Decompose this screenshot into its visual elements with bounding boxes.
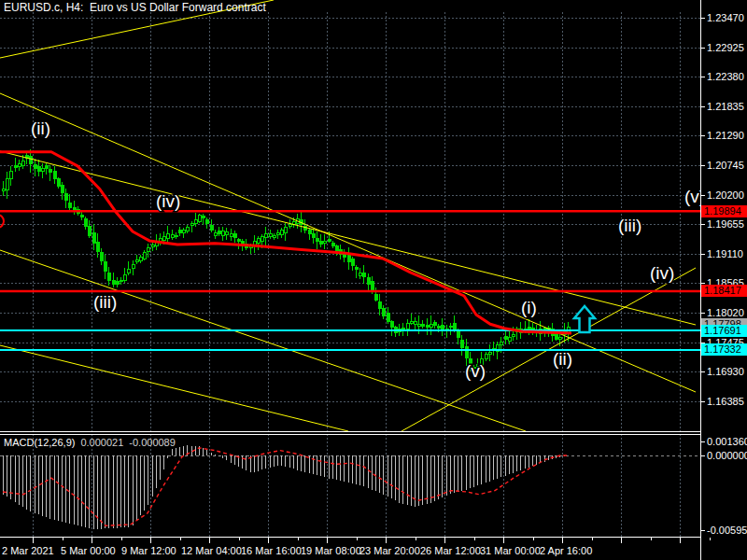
hline-price-flag-red-2: 1.18417 <box>701 285 747 297</box>
time-tick-label: 12 Mar 04:00 <box>181 545 242 556</box>
time-tick-label: 26 Mar 12:00 <box>420 545 481 556</box>
chart-canvas[interactable]: (ii)(iv)(iii)(i)(v)(ii)(iii)(iv)(v)1.234… <box>0 0 747 560</box>
price-tick-label: 1.20745 <box>707 160 744 171</box>
time-tick-label: 2 Mar 2021 <box>2 545 54 556</box>
time-tick-label: 2 Apr 16:00 <box>540 545 592 556</box>
macd-main-value: 0.000021 <box>80 437 123 448</box>
price-tick-label: 1.22925 <box>707 42 744 53</box>
macd-tick-label: 0.000000 <box>707 450 747 461</box>
price-tick-label: 1.20200 <box>707 189 744 201</box>
wave-label[interactable]: (iv) <box>156 191 180 211</box>
hline-price-flag-cyan-1: 1.17691 <box>701 325 747 337</box>
mt4-chart-window: { "window": { "title": "EURUSD.c, H4: Eu… <box>0 0 747 560</box>
price-tick-label: 1.16385 <box>707 396 744 407</box>
wave-label[interactable]: (ii) <box>553 349 572 369</box>
macd-histogram <box>4 445 565 529</box>
trendline[interactable] <box>0 345 348 431</box>
hline-price-flag-red-1: 1.19894 <box>701 205 747 217</box>
price-tick-label: 1.19655 <box>707 218 744 230</box>
candlestick-series <box>2 149 570 373</box>
price-tick-label: 1.18020 <box>707 307 744 318</box>
time-tick-label: 23 Mar 20:00 <box>359 545 420 556</box>
price-pane[interactable]: (ii)(iv)(iii)(i)(v)(ii)(iii)(iv)(v) <box>0 0 705 431</box>
time-axis[interactable]: 2 Mar 20215 Mar 00:009 Mar 12:0012 Mar 0… <box>2 538 710 556</box>
macd-tick-label: -0.005950 <box>707 525 747 536</box>
macd-signal-value: -0.000089 <box>129 437 176 448</box>
trendline[interactable] <box>0 250 526 431</box>
time-tick-label: 9 Mar 12:00 <box>121 545 176 556</box>
price-tick-label: 1.23470 <box>707 12 744 23</box>
wave-label[interactable]: (v) <box>465 361 486 381</box>
wave-label[interactable]: (i) <box>521 298 537 317</box>
time-tick-label: 31 Mar 00:00 <box>480 545 541 556</box>
macd-indicator-label: MACD(12,26,9)0.000021-0.000089 <box>4 437 176 448</box>
price-tick-label: 1.16930 <box>707 366 744 377</box>
trendline[interactable] <box>0 93 696 392</box>
elliott-wave-labels: (ii)(iv)(iii)(i)(v)(ii)(iii)(iv)(v) <box>31 119 705 381</box>
wave-label[interactable]: (iii) <box>93 292 117 312</box>
price-tick-label: 1.21835 <box>707 101 744 112</box>
chart-title: EURUSD.c, H4: Euro vs US Dollar Forward … <box>4 1 266 14</box>
price-tick-label: 1.19110 <box>707 248 743 259</box>
macd-tick-label: 0.001360 <box>707 436 747 447</box>
macd-pane[interactable] <box>3 445 567 529</box>
wave-label[interactable]: (iii) <box>618 216 641 235</box>
up-arrow-object[interactable] <box>574 306 595 332</box>
wave-label[interactable]: (iv) <box>650 263 674 283</box>
price-tick-label: 1.22380 <box>707 71 744 82</box>
hline-price-flag-cyan-2: 1.17332 <box>701 343 747 356</box>
price-tick-label: 1.21290 <box>707 130 744 141</box>
time-tick-label: 19 Mar 08:00 <box>301 545 361 556</box>
trendlines[interactable] <box>0 0 696 431</box>
time-tick-label: 16 Mar 16:00 <box>241 545 302 556</box>
wave-label[interactable]: (ii) <box>31 119 50 138</box>
price-axis[interactable]: 1.234701.229251.223801.218351.212901.207… <box>700 12 747 536</box>
moving-average-line[interactable] <box>0 152 571 333</box>
ellipse-object[interactable] <box>0 215 4 228</box>
time-tick-label: 5 Mar 00:00 <box>61 545 116 556</box>
macd-name: MACD(12,26,9) <box>4 437 75 448</box>
wave-label[interactable]: (v) <box>684 187 705 206</box>
